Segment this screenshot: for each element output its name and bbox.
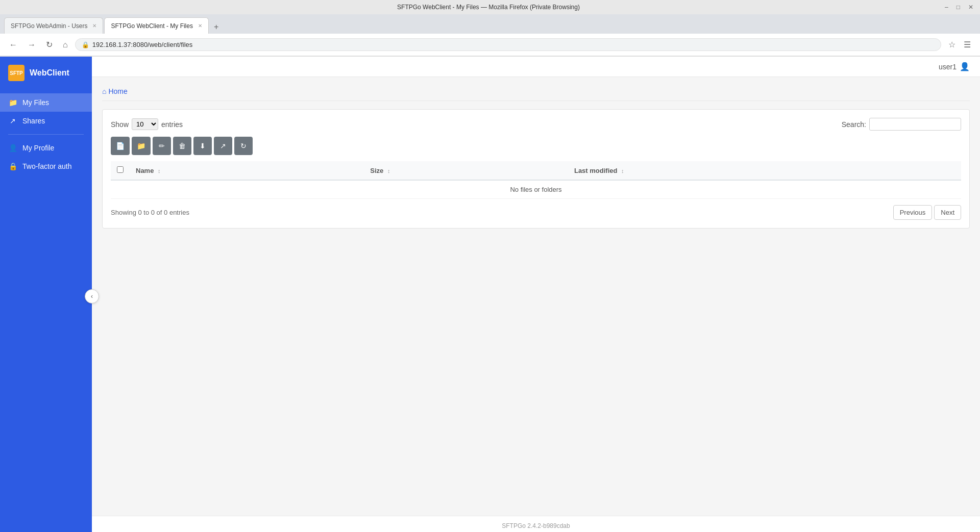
- window-title: SFTPGo WebClient - My Files — Mozilla Fi…: [35, 4, 942, 11]
- sidebar-nav: 📁 My Files ↗ Shares 👤 My Profile 🔒 Two-f…: [0, 89, 92, 532]
- sidebar-header: SFTP WebClient: [0, 57, 92, 89]
- rename-icon: ✏: [159, 142, 165, 150]
- nav-bar: ← → ↻ ⌂ 🔒 192.168.1.37:8080/web/client/f…: [0, 34, 980, 56]
- file-manager: Show 10 25 50 100 entries Search:: [102, 109, 970, 229]
- previous-button[interactable]: Previous: [893, 205, 933, 220]
- version-label: SFTPGo 2.4.2-b989cdab: [502, 522, 570, 529]
- app-layout: SFTP WebClient 📁 My Files ↗ Shares 👤 My …: [0, 57, 980, 532]
- show-label: Show: [111, 120, 129, 129]
- show-entries: Show 10 25 50 100 entries: [111, 118, 183, 130]
- showing-text: Showing 0 to 0 of 0 entries: [111, 209, 189, 216]
- entries-label: entries: [161, 120, 183, 129]
- tab-webclient[interactable]: SFTPGo WebClient - My Files ✕: [104, 17, 208, 34]
- main-content: user1 👤 ⌂ Home Show 10: [92, 57, 980, 532]
- size-header-label: Size: [370, 167, 383, 174]
- address-input[interactable]: 192.168.1.37:8080/web/client/files: [92, 41, 935, 48]
- share-icon: ↗: [220, 142, 226, 150]
- menu-button[interactable]: ☰: [961, 38, 974, 52]
- sidebar-item-my-files-label: My Files: [22, 98, 49, 107]
- new-folder-button[interactable]: 📁: [132, 137, 151, 155]
- table-header: Name ↕ Size ↕ Last modified ↕: [111, 161, 961, 180]
- breadcrumb: ⌂ Home: [102, 87, 970, 101]
- show-entries-select[interactable]: 10 25 50 100: [132, 118, 158, 130]
- download-button[interactable]: ⬇: [193, 137, 212, 155]
- no-files-message: No files or folders: [111, 180, 961, 199]
- select-all-header: [111, 161, 130, 180]
- maximize-button[interactable]: □: [954, 3, 963, 12]
- sidebar-item-my-profile-label: My Profile: [22, 144, 54, 152]
- sidebar: SFTP WebClient 📁 My Files ↗ Shares 👤 My …: [0, 57, 92, 532]
- sidebar-item-my-files[interactable]: 📁 My Files: [0, 93, 92, 112]
- title-bar: SFTPGo WebClient - My Files — Mozilla Fi…: [0, 0, 980, 14]
- close-button[interactable]: ✕: [966, 3, 976, 12]
- reload-button[interactable]: ↻: [43, 38, 56, 52]
- sidebar-title: WebClient: [30, 68, 69, 78]
- sidebar-toggle-icon: ‹: [91, 293, 93, 300]
- sidebar-item-two-factor-label: Two-factor auth: [22, 162, 72, 170]
- two-factor-icon: 🔒: [8, 162, 17, 170]
- sidebar-toggle-button[interactable]: ‹: [85, 289, 99, 303]
- address-bar[interactable]: 🔒 192.168.1.37:8080/web/client/files: [75, 38, 941, 51]
- action-toolbar: 📄 📁 ✏ 🗑 ⬇ ↗: [111, 137, 961, 155]
- my-profile-icon: 👤: [8, 144, 17, 152]
- name-header[interactable]: Name ↕: [130, 161, 364, 180]
- download-icon: ⬇: [200, 142, 206, 150]
- logo-text: SFTP: [10, 70, 23, 76]
- select-all-checkbox[interactable]: [117, 166, 124, 173]
- user-info: user1 👤: [939, 62, 970, 71]
- security-icon: 🔒: [82, 41, 89, 48]
- new-file-button[interactable]: 📄: [111, 137, 130, 155]
- name-sort-icon: ↕: [158, 168, 161, 174]
- content-area: ⌂ Home Show 10 25 50 100: [92, 77, 980, 516]
- username-label: user1: [939, 63, 957, 71]
- rename-button[interactable]: ✏: [153, 137, 171, 155]
- size-header[interactable]: Size ↕: [364, 161, 568, 180]
- app-footer: SFTPGo 2.4.2-b989cdab: [92, 516, 980, 532]
- search-row: Search:: [842, 118, 961, 131]
- search-input[interactable]: [869, 118, 961, 131]
- sidebar-item-shares-label: Shares: [22, 117, 45, 125]
- refresh-icon: ↻: [240, 142, 247, 150]
- window-controls[interactable]: – □ ✕: [942, 3, 976, 12]
- sidebar-item-my-profile[interactable]: 👤 My Profile: [0, 139, 92, 157]
- sidebar-item-two-factor-auth[interactable]: 🔒 Two-factor auth: [0, 157, 92, 175]
- last-modified-header[interactable]: Last modified ↕: [568, 161, 961, 180]
- tab-webadmin[interactable]: SFTPGo WebAdmin - Users ✕: [4, 17, 103, 34]
- table-footer: Showing 0 to 0 of 0 entries Previous Nex…: [111, 205, 961, 220]
- my-files-icon: 📁: [8, 98, 17, 107]
- minimize-button[interactable]: –: [942, 3, 951, 12]
- new-tab-button[interactable]: +: [210, 20, 223, 34]
- next-button[interactable]: Next: [934, 205, 961, 220]
- toolbar-row: Show 10 25 50 100 entries Search:: [111, 118, 961, 131]
- file-table: Name ↕ Size ↕ Last modified ↕: [111, 161, 961, 199]
- search-label: Search:: [842, 120, 866, 129]
- breadcrumb-home-icon: ⌂: [102, 87, 106, 95]
- tab-webadmin-close[interactable]: ✕: [92, 23, 96, 29]
- back-button[interactable]: ←: [6, 38, 20, 52]
- tab-webclient-close[interactable]: ✕: [198, 23, 202, 29]
- breadcrumb-home-label: Home: [108, 87, 127, 95]
- table-body: No files or folders: [111, 180, 961, 199]
- sidebar-logo: SFTP: [8, 65, 24, 81]
- nav-actions: ☆ ☰: [945, 38, 974, 52]
- new-file-icon: 📄: [116, 142, 125, 150]
- name-header-label: Name: [136, 167, 154, 174]
- table-header-row: Name ↕ Size ↕ Last modified ↕: [111, 161, 961, 180]
- bookmark-button[interactable]: ☆: [945, 38, 959, 52]
- share-button[interactable]: ↗: [214, 137, 232, 155]
- last-modified-sort-icon: ↕: [621, 168, 624, 174]
- forward-button[interactable]: →: [24, 38, 39, 52]
- size-sort-icon: ↕: [387, 168, 390, 174]
- sidebar-item-shares[interactable]: ↗ Shares: [0, 112, 92, 130]
- home-nav-button[interactable]: ⌂: [60, 38, 71, 52]
- last-modified-header-label: Last modified: [574, 167, 618, 174]
- delete-button[interactable]: 🗑: [173, 137, 191, 155]
- shares-icon: ↗: [8, 117, 17, 125]
- tab-bar: SFTPGo WebAdmin - Users ✕ SFTPGo WebClie…: [0, 14, 980, 34]
- breadcrumb-home-link[interactable]: ⌂ Home: [102, 87, 128, 95]
- top-bar: user1 👤: [92, 57, 980, 77]
- tab-webclient-label: SFTPGo WebClient - My Files: [111, 22, 192, 30]
- refresh-button[interactable]: ↻: [234, 137, 253, 155]
- tab-webadmin-label: SFTPGo WebAdmin - Users: [11, 22, 87, 30]
- delete-icon: 🗑: [179, 142, 186, 150]
